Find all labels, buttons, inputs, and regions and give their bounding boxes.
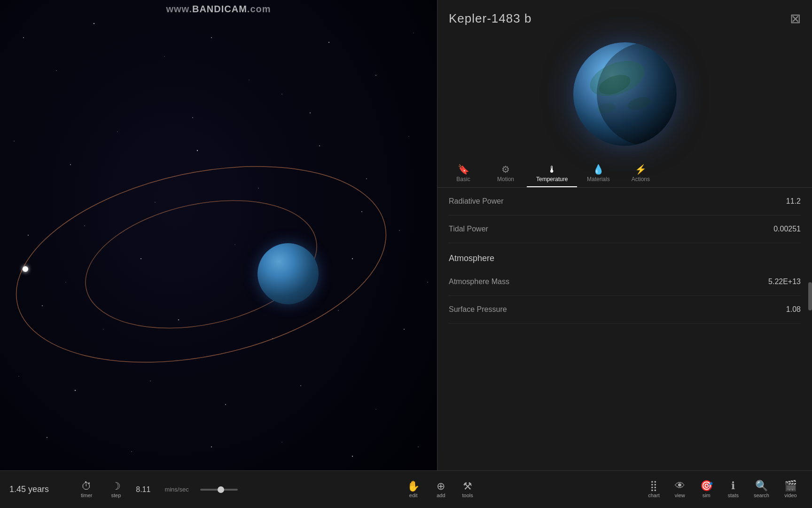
svg-point-8 bbox=[413, 32, 414, 33]
svg-point-42 bbox=[249, 79, 249, 80]
svg-point-16 bbox=[408, 136, 409, 136]
atmosphere-mass-label: Atmosphere Mass bbox=[449, 278, 509, 286]
search-button[interactable]: 🔍 search bbox=[748, 479, 775, 500]
svg-point-6 bbox=[328, 42, 329, 43]
tab-materials[interactable]: 💧 Materials bbox=[577, 160, 619, 187]
svg-point-34 bbox=[375, 409, 376, 409]
actions-icon: ⚡ bbox=[635, 165, 647, 174]
tab-actions-label: Actions bbox=[632, 176, 650, 183]
timer-button[interactable]: ⏱ timer bbox=[77, 479, 96, 500]
tab-temperature-label: Temperature bbox=[536, 176, 568, 183]
svg-point-32 bbox=[225, 404, 226, 405]
edit-label: edit bbox=[409, 492, 418, 498]
view-label: view bbox=[675, 492, 685, 498]
slider-thumb[interactable] bbox=[218, 486, 224, 493]
svg-point-41 bbox=[192, 117, 193, 118]
planet-texture bbox=[573, 42, 677, 146]
tab-basic-label: Basic bbox=[456, 176, 470, 183]
chart-label: chart bbox=[648, 492, 659, 498]
scroll-indicator bbox=[808, 282, 812, 310]
sim-button[interactable]: 🎯 sim bbox=[695, 479, 718, 500]
materials-icon: 💧 bbox=[593, 165, 604, 174]
svg-point-9 bbox=[14, 141, 15, 142]
step-button[interactable]: ☽ step bbox=[107, 479, 125, 500]
svg-point-48 bbox=[427, 282, 428, 283]
svg-point-11 bbox=[117, 131, 117, 132]
no-image-icon: ⊠ bbox=[790, 11, 801, 26]
video-button[interactable]: 🎬 video bbox=[779, 479, 803, 500]
add-button[interactable]: ⊕ add bbox=[433, 479, 449, 500]
view-icon: 👁 bbox=[675, 481, 685, 491]
svg-point-39 bbox=[352, 456, 353, 457]
chart-button[interactable]: ⣿ chart bbox=[642, 479, 665, 500]
svg-point-36 bbox=[131, 451, 132, 452]
svg-point-43 bbox=[310, 112, 311, 113]
bottom-toolbar: 1.45 years ⏱ timer ☽ step 8.11 mins/sec … bbox=[0, 470, 812, 508]
tab-basic[interactable]: 🔖 Basic bbox=[442, 160, 484, 187]
slider-track[interactable] bbox=[200, 489, 238, 491]
tab-motion[interactable]: ⚙ Motion bbox=[484, 160, 527, 187]
toolbar-left: 1.45 years ⏱ timer ☽ step 8.11 mins/sec bbox=[9, 479, 238, 500]
search-icon: 🔍 bbox=[755, 481, 768, 491]
timer-label: timer bbox=[81, 492, 92, 498]
svg-point-37 bbox=[211, 446, 212, 447]
edit-button[interactable]: ✋ edit bbox=[403, 479, 423, 500]
planet-name: Kepler-1483 b bbox=[449, 11, 531, 26]
orbit-planet bbox=[258, 243, 319, 304]
radiative-power-value: 11.2 bbox=[786, 197, 801, 206]
distant-body bbox=[23, 266, 28, 272]
speed-unit: mins/sec bbox=[164, 486, 188, 493]
tools-button[interactable]: ⚒ tools bbox=[459, 479, 477, 500]
tab-motion-label: Motion bbox=[497, 176, 514, 183]
sim-icon: 🎯 bbox=[700, 481, 713, 491]
stats-button[interactable]: ℹ stats bbox=[722, 479, 744, 500]
planet-header: Kepler-1483 b ⊠ bbox=[437, 0, 812, 28]
radiative-power-row: Radiative Power 11.2 bbox=[449, 188, 801, 215]
svg-point-0 bbox=[23, 37, 24, 38]
atmosphere-mass-row: Atmosphere Mass 5.22E+13 bbox=[449, 268, 801, 296]
svg-point-35 bbox=[47, 437, 47, 438]
tidal-power-row: Tidal Power 0.00251 bbox=[449, 215, 801, 243]
surface-pressure-label: Surface Pressure bbox=[449, 305, 507, 314]
svg-point-33 bbox=[300, 385, 301, 386]
view-button[interactable]: 👁 view bbox=[669, 479, 691, 500]
tools-label: tools bbox=[462, 492, 473, 498]
svg-point-1 bbox=[56, 70, 57, 71]
speed-slider[interactable] bbox=[200, 489, 238, 491]
right-panel: Kepler-1483 b ⊠ bbox=[437, 0, 812, 508]
tidal-power-label: Tidal Power bbox=[449, 225, 488, 233]
tab-temperature[interactable]: 🌡 Temperature bbox=[527, 160, 577, 187]
content-area[interactable]: Radiative Power 11.2 Tidal Power 0.00251… bbox=[437, 188, 812, 508]
svg-point-49 bbox=[1, 151, 401, 377]
tidal-power-value: 0.00251 bbox=[773, 225, 801, 233]
tab-materials-label: Materials bbox=[587, 176, 610, 183]
tools-icon: ⚒ bbox=[463, 481, 472, 492]
add-label: add bbox=[437, 492, 445, 498]
speed-value: 8.11 bbox=[136, 485, 150, 494]
tabs-bar: 🔖 Basic ⚙ Motion 🌡 Temperature 💧 Materia… bbox=[437, 160, 812, 188]
svg-point-31 bbox=[150, 381, 151, 381]
time-display: 1.45 years bbox=[9, 484, 66, 494]
atmosphere-mass-value: 5.22E+13 bbox=[768, 278, 801, 286]
motion-icon: ⚙ bbox=[501, 165, 510, 174]
surface-pressure-row: Surface Pressure 1.08 bbox=[449, 296, 801, 324]
chart-icon: ⣿ bbox=[650, 481, 657, 491]
svg-point-4 bbox=[211, 37, 212, 38]
svg-point-7 bbox=[375, 75, 376, 76]
tab-actions[interactable]: ⚡ Actions bbox=[619, 160, 662, 187]
search-label: search bbox=[754, 492, 769, 498]
surface-pressure-value: 1.08 bbox=[786, 305, 801, 314]
svg-point-5 bbox=[281, 94, 282, 95]
svg-point-3 bbox=[164, 56, 164, 56]
planet-main-image bbox=[573, 42, 677, 146]
toolbar-center: ✋ edit ⊕ add ⚒ tools bbox=[403, 479, 477, 500]
add-icon: ⊕ bbox=[437, 481, 445, 492]
svg-point-40 bbox=[418, 446, 419, 447]
svg-point-2 bbox=[94, 23, 94, 24]
watermark: www.BANDICAM.com bbox=[166, 4, 271, 15]
stats-icon: ℹ bbox=[731, 481, 735, 491]
svg-point-28 bbox=[404, 329, 405, 330]
planet-image-area bbox=[437, 28, 812, 160]
atmosphere-section-header: Atmosphere bbox=[449, 243, 801, 268]
svg-point-38 bbox=[281, 442, 282, 442]
